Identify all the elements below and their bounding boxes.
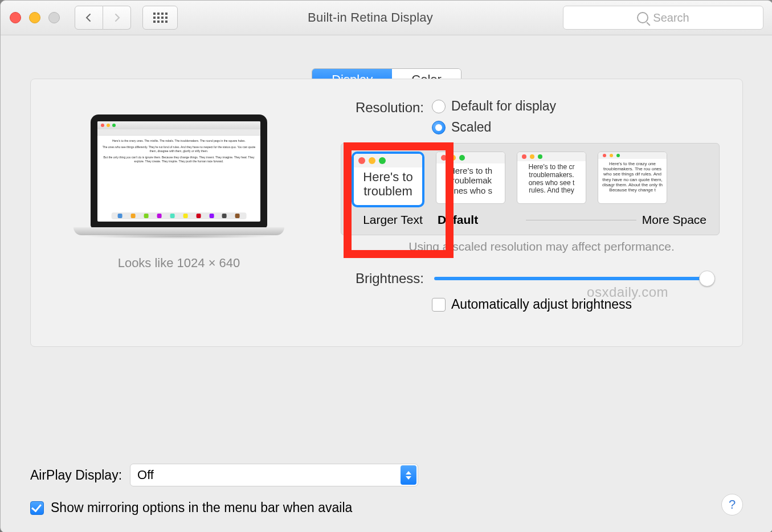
minimize-icon[interactable] bbox=[29, 12, 40, 23]
chevron-left-icon bbox=[84, 13, 93, 22]
thumb-text: Here's to troublem bbox=[354, 167, 422, 201]
mirroring-checkbox[interactable]: Show mirroring options in the menu bar w… bbox=[30, 500, 743, 515]
radio-icon bbox=[432, 100, 446, 113]
search-icon bbox=[637, 12, 648, 23]
scale-option-3[interactable]: Here's to the cr troublemakers. ones who… bbox=[517, 152, 586, 210]
airplay-select[interactable]: Off bbox=[130, 464, 418, 486]
scale-divider bbox=[526, 220, 636, 220]
auto-brightness-checkbox[interactable]: Automatically adjust brightness bbox=[432, 297, 720, 312]
traffic-lights bbox=[10, 12, 60, 23]
thumb-text: Here's to the cr troublemakers. ones who… bbox=[517, 161, 586, 197]
radio-label: Default for display bbox=[451, 99, 556, 114]
help-button[interactable]: ? bbox=[721, 494, 743, 515]
scale-option-more-space[interactable]: Here's to the crazy one troublemakers. T… bbox=[598, 152, 667, 210]
back-button[interactable] bbox=[75, 6, 103, 30]
radio-default-for-display[interactable]: Default for display bbox=[432, 99, 720, 114]
brightness-label: Brightness: bbox=[327, 271, 432, 287]
forward-button bbox=[103, 6, 131, 30]
bottom-area: AirPlay Display: Off Show mirroring opti… bbox=[30, 464, 743, 515]
scale-option-larger-text[interactable]: Here's to troublem bbox=[352, 152, 424, 213]
search-input[interactable]: Search bbox=[563, 6, 763, 30]
slider-thumb-icon[interactable] bbox=[699, 271, 715, 287]
laptop-preview: Here's to the crazy ones. The misfits. T… bbox=[73, 114, 284, 245]
scale-label-default: Default bbox=[434, 213, 520, 227]
checkbox-icon bbox=[432, 298, 446, 312]
brightness-slider[interactable] bbox=[434, 277, 714, 280]
show-all-button[interactable] bbox=[142, 6, 178, 30]
window-title: Built-in Retina Display bbox=[183, 10, 557, 25]
stepper-icon bbox=[401, 465, 416, 485]
radio-label: Scaled bbox=[451, 120, 491, 135]
preview-text: But the only thing you can't do is ignor… bbox=[102, 155, 256, 163]
scale-label-larger: Larger Text bbox=[352, 213, 434, 227]
scale-note: Using a scaled resolution may affect per… bbox=[363, 240, 720, 253]
grid-icon bbox=[153, 13, 168, 23]
scale-label-more: More Space bbox=[642, 213, 709, 227]
radio-icon bbox=[432, 121, 446, 134]
airplay-label: AirPlay Display: bbox=[30, 468, 122, 483]
preview-text: Here's to the crazy ones. The misfits. T… bbox=[102, 139, 256, 143]
checkbox-icon bbox=[30, 501, 44, 515]
select-value: Off bbox=[137, 468, 154, 482]
settings-column: Resolution: Default for display Scaled bbox=[327, 99, 720, 312]
help-icon: ? bbox=[729, 497, 736, 512]
scale-option-2[interactable]: Here's to th troublemak ones who s bbox=[436, 152, 505, 210]
scale-options: Here's to troublem Here's to th troublem… bbox=[341, 143, 720, 235]
close-icon[interactable] bbox=[10, 12, 21, 23]
nav-group bbox=[75, 6, 131, 30]
search-placeholder: Search bbox=[653, 11, 689, 24]
thumb-text: Here's to th troublemak ones who s bbox=[436, 163, 505, 198]
resolution-readout: Looks like 1024 × 640 bbox=[54, 256, 304, 271]
resolution-label: Resolution: bbox=[327, 99, 432, 116]
chevron-right-icon bbox=[112, 13, 121, 22]
radio-scaled[interactable]: Scaled bbox=[432, 120, 720, 135]
display-panel: Here's to the crazy ones. The misfits. T… bbox=[30, 79, 743, 347]
thumb-text: Here's to the crazy one troublemakers. T… bbox=[598, 159, 667, 195]
zoom-icon bbox=[48, 12, 60, 23]
preview-column: Here's to the crazy ones. The misfits. T… bbox=[54, 99, 304, 312]
titlebar: Built-in Retina Display Search bbox=[1, 1, 772, 35]
checkbox-label: Show mirroring options in the menu bar w… bbox=[51, 500, 352, 515]
checkbox-label: Automatically adjust brightness bbox=[451, 297, 632, 312]
preferences-window: Built-in Retina Display Search Display C… bbox=[0, 0, 772, 532]
preview-text: The ones who see things differently. The… bbox=[102, 145, 256, 153]
